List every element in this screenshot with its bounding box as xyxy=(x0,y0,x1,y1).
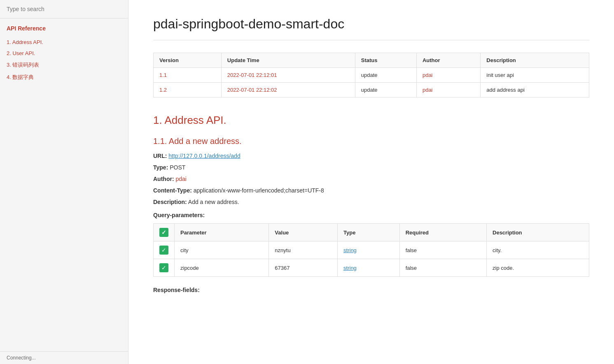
check-icon: ✓ xyxy=(159,263,168,272)
col-status: Status xyxy=(355,53,416,68)
cell-author: pdai xyxy=(416,83,480,97)
section1-heading: 1. Address API. xyxy=(153,114,589,127)
col-desc: Description xyxy=(487,224,589,241)
author-label: Author: xyxy=(153,176,174,182)
type-value-text: POST xyxy=(170,164,185,171)
search-input[interactable] xyxy=(7,6,121,12)
col-param: Parameter xyxy=(175,224,269,241)
sidebar-item-error-codes[interactable]: 3. 错误码列表 xyxy=(0,59,128,71)
cell-required: false xyxy=(399,259,486,277)
type-label: Type: xyxy=(153,164,168,171)
cell-status: update xyxy=(355,83,416,97)
description-value: Add a new address. xyxy=(188,199,239,205)
cell-desc: zip code. xyxy=(487,259,589,277)
content-type-label: Content-Type: xyxy=(153,187,192,194)
author-value-text: pdai xyxy=(175,176,186,182)
version-table: Version Update Time Status Author Descri… xyxy=(153,53,589,97)
cell-value: 67367 xyxy=(269,259,338,277)
subsection1-heading: 1.1. Add a new address. xyxy=(153,137,589,146)
sidebar-section-title: API Reference xyxy=(0,19,128,35)
cell-desc: add address api xyxy=(481,83,589,97)
cell-date: 2022-07-01 22:12:02 xyxy=(221,83,355,97)
content-type-value: application/x-www-form-urlencoded;charse… xyxy=(194,187,324,194)
type-line: Type: POST xyxy=(153,164,589,171)
cell-desc: init user api xyxy=(481,68,589,83)
cell-version: 1.1 xyxy=(154,68,222,83)
cell-check: ✓ xyxy=(154,241,175,259)
col-author: Author xyxy=(416,53,480,68)
search-box[interactable] xyxy=(0,0,128,19)
sidebar-nav: 1. Address API. 2. User API. 3. 错误码列表 4.… xyxy=(0,35,128,85)
col-value: Value xyxy=(269,224,338,241)
sidebar-status: Connecting... xyxy=(0,351,128,364)
cell-status: update xyxy=(355,68,416,83)
description-line: Description: Add a new address. xyxy=(153,199,589,205)
cell-required: false xyxy=(399,241,486,259)
col-required: Required xyxy=(399,224,486,241)
sidebar-item-user-api[interactable]: 2. User API. xyxy=(0,48,128,59)
cell-param: zipcode xyxy=(175,259,269,277)
table-row: ✓ zipcode 67367 string false zip code. xyxy=(154,259,589,277)
url-label: URL: xyxy=(153,153,167,159)
url-line: URL: http://127.0.0.1/address/add xyxy=(153,153,589,159)
cell-version: 1.2 xyxy=(154,83,222,97)
cell-author: pdai xyxy=(416,68,480,83)
cell-check: ✓ xyxy=(154,259,175,277)
col-type: Type xyxy=(338,224,400,241)
description-label: Description: xyxy=(153,199,187,205)
sidebar-item-address-api[interactable]: 1. Address API. xyxy=(0,37,128,48)
query-params-label: Query-parameters: xyxy=(153,212,589,218)
cell-value: nznytu xyxy=(269,241,338,259)
table-row: 1.1 2022-07-01 22:12:01 update pdai init… xyxy=(154,68,589,83)
page-title: pdai-springboot-demo-smart-doc xyxy=(153,16,589,40)
cell-param: city xyxy=(175,241,269,259)
sidebar: API Reference 1. Address API. 2. User AP… xyxy=(0,0,128,364)
col-description: Description xyxy=(481,53,589,68)
cell-desc: city. xyxy=(487,241,589,259)
params-table: ✓ Parameter Value Type Required Descript… xyxy=(153,223,589,277)
col-update-time: Update Time xyxy=(221,53,355,68)
header-check-icon: ✓ xyxy=(159,228,168,237)
author-line: Author: pdai xyxy=(153,176,589,182)
sidebar-item-data-dict[interactable]: 4. 数据字典 xyxy=(0,71,128,83)
content-type-line: Content-Type: application/x-www-form-url… xyxy=(153,187,589,194)
main-content: pdai-springboot-demo-smart-doc Version U… xyxy=(128,0,614,364)
table-row: ✓ city nznytu string false city. xyxy=(154,241,589,259)
col-check: ✓ xyxy=(154,224,175,241)
table-row: 1.2 2022-07-01 22:12:02 update pdai add … xyxy=(154,83,589,97)
url-value[interactable]: http://127.0.0.1/address/add xyxy=(168,153,240,159)
cell-type: string xyxy=(338,259,400,277)
response-fields-label: Response-fields: xyxy=(153,287,589,293)
cell-date: 2022-07-01 22:12:01 xyxy=(221,68,355,83)
check-icon: ✓ xyxy=(159,246,168,255)
cell-type: string xyxy=(338,241,400,259)
col-version: Version xyxy=(154,53,222,68)
